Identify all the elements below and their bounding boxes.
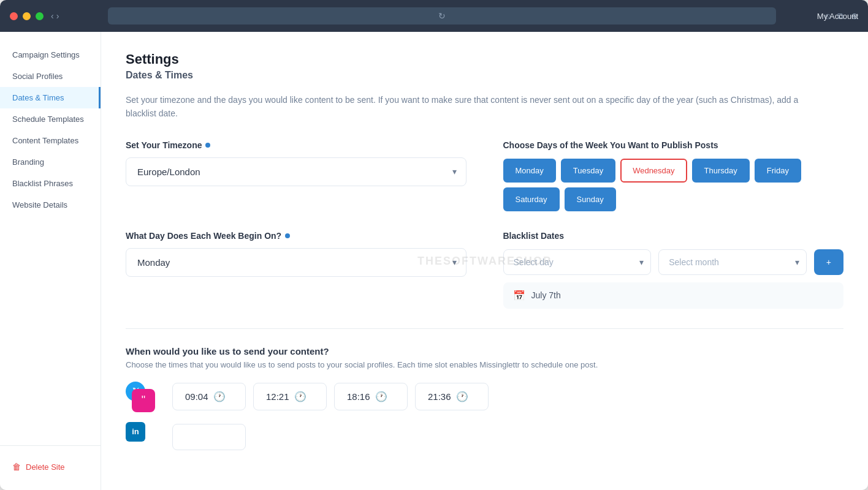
sidebar-nav: Campaign Settings Social Profiles Dates … bbox=[0, 44, 101, 435]
timezone-col: Set Your Timezone Europe/London America/… bbox=[126, 140, 466, 186]
trash-icon: 🗑 bbox=[12, 462, 21, 472]
day-sunday[interactable]: Sunday bbox=[565, 187, 616, 211]
app-window: ‹ › ↻ ⎋ ⧉ ⊕ My Account Campaign Settings… bbox=[0, 0, 868, 490]
twitter-time-1221[interactable]: 12:21 🕐 bbox=[253, 383, 327, 410]
page-description: Set your timezone and the days you would… bbox=[126, 93, 800, 121]
maximize-button[interactable] bbox=[36, 12, 44, 20]
page-subtitle: Dates & Times bbox=[126, 70, 843, 81]
blacklist-selects: Select day 1 2 ▾ Select month January Fe… bbox=[503, 249, 844, 275]
timezone-days-row: Set Your Timezone Europe/London America/… bbox=[126, 140, 843, 211]
blacklist-date-label: July 7th bbox=[531, 290, 561, 300]
page-title: Settings bbox=[126, 51, 843, 67]
forward-arrow[interactable]: › bbox=[56, 11, 59, 21]
quote-icon: " bbox=[132, 389, 155, 412]
reload-icon: ↻ bbox=[438, 11, 446, 21]
days-col: Choose Days of the Week You Want to Publ… bbox=[503, 140, 844, 211]
select-day[interactable]: Select day 1 2 bbox=[503, 249, 652, 275]
timezone-label: Set Your Timezone bbox=[126, 140, 466, 150]
sidebar-item-social-profiles[interactable]: Social Profiles bbox=[0, 66, 101, 87]
clock-icon-1221: 🕐 bbox=[294, 391, 306, 402]
twitter-time-2136[interactable]: 21:36 🕐 bbox=[415, 383, 489, 410]
clock-icon-2136: 🕐 bbox=[456, 391, 468, 402]
sidebar-item-campaign-settings[interactable]: Campaign Settings bbox=[0, 44, 101, 66]
linkedin-time-slots bbox=[172, 424, 246, 450]
calendar-icon: 📅 bbox=[513, 290, 525, 301]
clock-icon-1816: 🕐 bbox=[375, 391, 387, 402]
delete-site-button[interactable]: 🗑 Delete Site bbox=[0, 456, 101, 478]
traffic-lights bbox=[10, 12, 44, 20]
twitter-social-row: 𝕏 " 09:04 🕐 12:21 🕐 18:16 🕐 bbox=[126, 382, 843, 412]
timezone-required-indicator bbox=[205, 143, 210, 148]
titlebar: ‹ › ↻ ⎋ ⧉ ⊕ My Account bbox=[0, 0, 868, 32]
sidebar-item-schedule-templates[interactable]: Schedule Templates bbox=[0, 108, 101, 130]
days-label: Choose Days of the Week You Want to Publ… bbox=[503, 140, 844, 150]
weekbegin-label: What Day Does Each Week Begin On? bbox=[126, 231, 466, 241]
clock-icon-0904: 🕐 bbox=[213, 391, 226, 402]
timezone-select-wrapper: Europe/London America/New_York America/L… bbox=[126, 157, 466, 186]
linkedin-icons-stack: in bbox=[126, 422, 162, 453]
add-blacklist-date-button[interactable]: + bbox=[814, 249, 843, 275]
time-value-2136: 21:36 bbox=[428, 391, 451, 402]
sidebar-item-dates-times[interactable]: Dates & Times bbox=[0, 87, 101, 108]
nav-arrows: ‹ › bbox=[51, 11, 59, 21]
weekbegin-select-wrapper: Monday Sunday Saturday ▾ bbox=[126, 248, 466, 277]
day-friday[interactable]: Friday bbox=[755, 159, 801, 183]
back-arrow[interactable]: ‹ bbox=[51, 11, 54, 21]
weekbegin-col: What Day Does Each Week Begin On? Monday… bbox=[126, 231, 466, 277]
app-content: Campaign Settings Social Profiles Dates … bbox=[0, 32, 868, 490]
time-value-1221: 12:21 bbox=[266, 391, 289, 402]
blacklist-date-july7: 📅 July 7th bbox=[503, 282, 844, 309]
sidebar-divider bbox=[0, 445, 101, 446]
weekbegin-select[interactable]: Monday Sunday Saturday bbox=[126, 248, 466, 277]
day-buttons: Monday Tuesday Wednesday Thursday Friday… bbox=[503, 159, 844, 211]
address-bar[interactable]: ↻ bbox=[108, 7, 776, 24]
day-wednesday[interactable]: Wednesday bbox=[620, 159, 687, 183]
twitter-time-1816[interactable]: 18:16 🕐 bbox=[334, 383, 408, 410]
sidebar-item-blacklist-phrases[interactable]: Blacklist Phrases bbox=[0, 173, 101, 194]
twitter-icons-stack: 𝕏 " bbox=[126, 382, 162, 412]
close-button[interactable] bbox=[10, 12, 18, 20]
day-monday[interactable]: Monday bbox=[503, 159, 556, 183]
linkedin-time-placeholder[interactable] bbox=[172, 424, 246, 450]
timezone-select[interactable]: Europe/London America/New_York America/L… bbox=[126, 157, 466, 186]
blacklist-label: Blacklist Dates bbox=[503, 231, 844, 241]
main-content: THESOFTWARESHOP Settings Dates & Times S… bbox=[101, 32, 868, 490]
linkedin-time-empty bbox=[185, 432, 188, 442]
select-day-wrapper: Select day 1 2 ▾ bbox=[503, 249, 652, 275]
delete-site-label: Delete Site bbox=[26, 462, 65, 472]
time-value-0904: 09:04 bbox=[185, 391, 208, 402]
sidebar-item-content-templates[interactable]: Content Templates bbox=[0, 130, 101, 151]
day-tuesday[interactable]: Tuesday bbox=[561, 159, 615, 183]
time-value-1816: 18:16 bbox=[347, 391, 370, 402]
day-thursday[interactable]: Thursday bbox=[692, 159, 750, 183]
select-month[interactable]: Select month January February July bbox=[658, 249, 807, 275]
account-label[interactable]: My Account bbox=[817, 12, 858, 21]
sidebar: Campaign Settings Social Profiles Dates … bbox=[0, 32, 101, 490]
linkedin-icon: in bbox=[126, 422, 145, 442]
select-month-wrapper: Select month January February July ▾ bbox=[658, 249, 807, 275]
weekbegin-blacklist-row: What Day Does Each Week Begin On? Monday… bbox=[126, 231, 843, 309]
twitter-time-0904[interactable]: 09:04 🕐 bbox=[172, 383, 246, 410]
day-saturday[interactable]: Saturday bbox=[503, 187, 560, 211]
weekbegin-required-indicator bbox=[285, 233, 290, 238]
section-divider bbox=[126, 328, 843, 329]
content-section-title: When would you like us to send your cont… bbox=[126, 346, 843, 356]
minimize-button[interactable] bbox=[23, 12, 31, 20]
linkedin-social-row: in bbox=[126, 422, 843, 453]
blacklist-col: Blacklist Dates Select day 1 2 ▾ bbox=[503, 231, 844, 309]
twitter-time-slots: 09:04 🕐 12:21 🕐 18:16 🕐 21:36 🕐 bbox=[172, 383, 489, 410]
content-section-desc: Choose the times that you would like us … bbox=[126, 360, 843, 369]
sidebar-item-website-details[interactable]: Website Details bbox=[0, 194, 101, 216]
sidebar-item-branding[interactable]: Branding bbox=[0, 151, 101, 173]
